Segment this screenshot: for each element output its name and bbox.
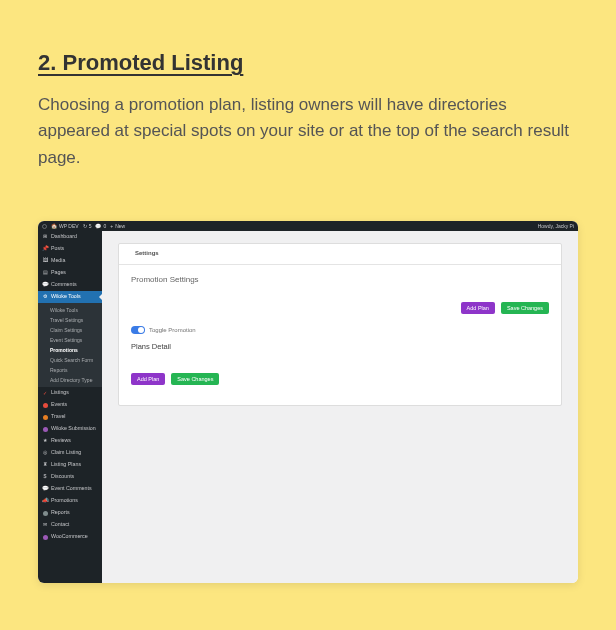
wiloke-submenu: Wiloke Tools Travel Settings Claim Setti… — [38, 303, 102, 387]
check-icon: ✓ — [42, 390, 48, 396]
settings-tabs: Settings — [119, 244, 561, 265]
plans-icon: ♜ — [42, 462, 48, 468]
menu-reports[interactable]: Reports — [38, 507, 102, 519]
reviews-icon: ★ — [42, 438, 48, 444]
menu-listings[interactable]: ✓Listings — [38, 387, 102, 399]
toggle-promotion-switch[interactable] — [131, 326, 145, 334]
menu-dashboard[interactable]: ⊞Dashboard — [38, 231, 102, 243]
save-changes-button-bottom[interactable]: Save Changes — [171, 373, 219, 385]
toggle-label: Toggle Promotion — [149, 327, 196, 333]
menu-posts[interactable]: 📌Posts — [38, 243, 102, 255]
menu-pages[interactable]: ▤Pages — [38, 267, 102, 279]
menu-wiloke-tools[interactable]: ⚙Wiloke Tools — [38, 291, 102, 303]
menu-media[interactable]: 🖼Media — [38, 255, 102, 267]
add-plan-button-bottom[interactable]: Add Plan — [131, 373, 165, 385]
claim-icon: ◎ — [42, 450, 48, 456]
tab-settings[interactable]: Settings — [127, 244, 167, 264]
submenu-wiloke-tools[interactable]: Wiloke Tools — [38, 305, 102, 315]
svg-point-0 — [43, 224, 47, 228]
submenu-event-settings[interactable]: Event Settings — [38, 335, 102, 345]
woocommerce-icon — [42, 534, 48, 540]
menu-comments[interactable]: 💬Comments — [38, 279, 102, 291]
gear-icon: ⚙ — [42, 294, 48, 300]
submenu-add-directory[interactable]: Add Directory Type — [38, 375, 102, 385]
save-changes-button-top[interactable]: Save Changes — [501, 302, 549, 314]
promotions-icon: 📣 — [42, 498, 48, 504]
wp-logo-icon[interactable] — [42, 224, 47, 229]
menu-woocommerce[interactable]: WooCommerce — [38, 531, 102, 543]
settings-panel: Settings Promotion Settings Add Plan Sav… — [118, 243, 562, 406]
wp-sidebar: ⊞Dashboard 📌Posts 🖼Media ▤Pages 💬Comment… — [38, 231, 102, 583]
menu-reviews[interactable]: ★Reviews — [38, 435, 102, 447]
menu-claim-listing[interactable]: ◎Claim Listing — [38, 447, 102, 459]
submenu-reports[interactable]: Reports — [38, 365, 102, 375]
menu-promotions[interactable]: 📣Promotions — [38, 495, 102, 507]
menu-events[interactable]: Events — [38, 399, 102, 411]
events-icon — [42, 402, 48, 408]
submenu-travel-settings[interactable]: Travel Settings — [38, 315, 102, 325]
pages-icon: ▤ — [42, 270, 48, 276]
adminbar-comments[interactable]: 💬 0 — [95, 223, 106, 229]
menu-event-comments[interactable]: 💬Event Comments — [38, 483, 102, 495]
wp-admin-screenshot: 🏠 WP DEV ↻ 5 💬 0 + New Howdy, Jacky Pi ⊞… — [38, 221, 578, 583]
event-comments-icon: 💬 — [42, 486, 48, 492]
submenu-quick-search[interactable]: Quick Search Form — [38, 355, 102, 365]
wp-content-area: Settings Promotion Settings Add Plan Sav… — [102, 231, 578, 583]
adminbar-site[interactable]: 🏠 WP DEV — [51, 223, 79, 229]
adminbar-greeting[interactable]: Howdy, Jacky Pi — [538, 223, 574, 229]
menu-wiloke-submission[interactable]: Wiloke Submission — [38, 423, 102, 435]
adminbar-updates[interactable]: ↻ 5 — [83, 223, 92, 229]
submission-icon — [42, 426, 48, 432]
submenu-promotions[interactable]: Promotions — [38, 345, 102, 355]
panel-title: Promotion Settings — [131, 275, 549, 284]
dashboard-icon: ⊞ — [42, 234, 48, 240]
contact-icon: ✉ — [42, 522, 48, 528]
pin-icon: 📌 — [42, 246, 48, 252]
menu-listing-plans[interactable]: ♜Listing Plans — [38, 459, 102, 471]
add-plan-button-top[interactable]: Add Plan — [461, 302, 495, 314]
menu-discounts[interactable]: $Discounts — [38, 471, 102, 483]
section-heading: 2. Promoted Listing — [38, 50, 578, 76]
reports-icon — [42, 510, 48, 516]
wp-adminbar: 🏠 WP DEV ↻ 5 💬 0 + New Howdy, Jacky Pi — [38, 221, 578, 231]
comments-icon: 💬 — [42, 282, 48, 288]
adminbar-new[interactable]: + New — [110, 223, 125, 229]
media-icon: 🖼 — [42, 258, 48, 264]
menu-contact[interactable]: ✉Contact — [38, 519, 102, 531]
travel-icon — [42, 414, 48, 420]
discounts-icon: $ — [42, 474, 48, 480]
menu-travel[interactable]: Travel — [38, 411, 102, 423]
submenu-claim-settings[interactable]: Claim Settings — [38, 325, 102, 335]
section-description: Choosing a promotion plan, listing owner… — [38, 92, 578, 171]
plans-detail-heading: Plans Detail — [131, 342, 549, 351]
